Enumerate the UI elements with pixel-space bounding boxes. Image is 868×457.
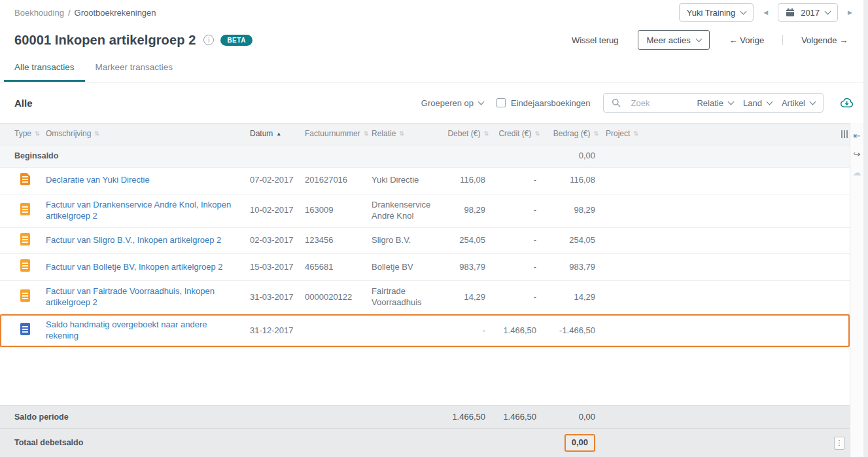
column-header-factuurnummer[interactable]: Factuurnummer ⇅ (300, 124, 366, 145)
transactions-table: Type ⇅ Omschrijving ⇅ Datum ▲ Factuurnum… (0, 123, 850, 457)
land-filter-dropdown[interactable]: Land (743, 98, 772, 108)
invoice-document-icon[interactable] (20, 259, 30, 272)
filter-title: Alle (14, 98, 33, 109)
invoice-document-icon[interactable] (20, 233, 30, 246)
credit-amount: - (491, 287, 542, 308)
bedrag-amount: 116,08 (542, 170, 600, 191)
column-header-project[interactable]: Project ⇅ (600, 124, 821, 145)
kebab-menu-icon[interactable]: ⋮ (834, 437, 844, 450)
breadcrumb-separator: / (68, 8, 71, 18)
sort-ascending-icon: ▲ (276, 131, 281, 137)
year-selector[interactable]: 2017 (778, 3, 838, 22)
tab-alle-transacties[interactable]: Alle transacties (4, 55, 85, 82)
invoice-number: 163009 (300, 200, 366, 221)
credit-amount: - (491, 257, 542, 278)
column-header-bedrag[interactable]: Bedrag (€) ⇅ (542, 124, 600, 145)
relation-name (366, 325, 440, 336)
relation-name: Fairtrade Voorraadhuis (366, 281, 440, 314)
column-header-type[interactable]: Type ⇅ (0, 124, 41, 145)
artikel-filter-label: Artikel (782, 98, 805, 108)
column-label: Credit (€) (498, 129, 531, 139)
administration-selector[interactable]: Yuki Training (679, 3, 754, 22)
search-icon (612, 98, 621, 107)
table-row-highlighted[interactable]: Saldo handmatig overgeboekt naar andere … (0, 314, 850, 348)
relatie-filter-dropdown[interactable]: Relatie (697, 98, 733, 108)
wissel-terug-link[interactable]: Wissel terug (572, 35, 619, 45)
titlebar: 60001 Inkopen artikelgroep 2 i BETA Wiss… (0, 25, 863, 55)
debet-amount: 116,08 (440, 170, 491, 191)
meer-acties-button[interactable]: Meer acties (638, 30, 709, 50)
saldo-periode-bedrag: 0,00 (542, 407, 600, 428)
column-header-datum[interactable]: Datum ▲ (245, 124, 300, 145)
beta-badge: BETA (220, 35, 252, 46)
chevron-down-icon (740, 8, 747, 14)
chevron-down-icon (766, 98, 773, 105)
invoice-document-icon[interactable] (20, 203, 30, 215)
breadcrumb-boekhouding[interactable]: Boekhouding (14, 8, 64, 18)
page-scrollbar[interactable] (863, 0, 868, 457)
artikel-filter-dropdown[interactable]: Artikel (782, 98, 815, 108)
next-year-button[interactable]: ▶ (843, 9, 857, 16)
beginsaldo-row: Beginsaldo 0,00 (0, 145, 850, 168)
invoice-number: 0000020122 (300, 287, 366, 308)
calendar-icon (786, 8, 795, 17)
relation-name: Yuki Directie (366, 170, 440, 191)
transaction-link[interactable]: Factuur van Drankenservice André Knol, I… (46, 200, 231, 221)
column-header-relatie[interactable]: Relatie ⇅ (366, 124, 440, 145)
table-header-row: Type ⇅ Omschrijving ⇅ Datum ▲ Factuurnum… (0, 123, 850, 145)
bedrag-amount: 14,29 (542, 287, 600, 308)
transaction-link[interactable]: Factuur van Fairtrade Voorraadhuis, Inko… (46, 286, 215, 307)
table-row[interactable]: Factuur van Drankenservice André Knol, I… (0, 194, 850, 228)
column-label: Datum (250, 129, 273, 139)
transaction-date: 31-12-2017 (245, 320, 300, 342)
search-input[interactable] (631, 98, 687, 108)
transaction-link[interactable]: Factuur van Bolletje BV, Inkopen artikel… (46, 262, 223, 272)
rows-area: Declaratie van Yuki Directie 07-02-2017 … (0, 168, 850, 405)
eindejaarsboekingen-toggle[interactable]: Eindejaarsboekingen (496, 98, 590, 108)
pdf-document-icon[interactable] (20, 173, 30, 185)
transaction-date: 15-03-2017 (245, 257, 300, 278)
groeperen-op-dropdown[interactable]: Groeperen op (421, 98, 483, 108)
transaction-link[interactable]: Saldo handmatig overgeboekt naar andere … (46, 320, 207, 340)
column-settings-icon[interactable] (841, 130, 848, 138)
info-icon[interactable]: i (203, 35, 214, 45)
breadcrumb-grootboekrekeningen[interactable]: Grootboekrekeningen (75, 8, 156, 18)
vorige-button[interactable]: ← Vorige (729, 35, 764, 45)
credit-amount: 1.466,50 (491, 320, 542, 342)
table-row[interactable]: Factuur van Fairtrade Voorraadhuis, Inko… (0, 281, 850, 314)
invoice-document-icon[interactable] (20, 289, 30, 302)
column-label: Relatie (372, 129, 396, 139)
project-cell (600, 175, 821, 186)
cloud-export-icon[interactable] (839, 98, 854, 109)
debet-amount: 98,29 (440, 200, 491, 221)
bedrag-amount: 983,79 (542, 257, 600, 278)
collapse-panel-icon[interactable]: ⇤ (854, 132, 861, 140)
eindejaarsboekingen-checkbox[interactable] (496, 98, 506, 107)
transaction-link[interactable]: Factuur van Sligro B.V., Inkopen artikel… (46, 235, 221, 245)
tabs: Alle transacties Markeer transacties (0, 55, 863, 82)
redo-arrow-icon[interactable]: ↪ (854, 150, 861, 158)
column-header-omschrijving[interactable]: Omschrijving ⇅ (41, 124, 245, 145)
cloud-icon[interactable]: ☁ (853, 168, 861, 177)
divider (782, 35, 783, 45)
column-label: Project (606, 129, 630, 139)
table-row[interactable]: Factuur van Bolletje BV, Inkopen artikel… (0, 254, 850, 281)
chevron-down-icon (728, 98, 735, 105)
table-row[interactable]: Declaratie van Yuki Directie 07-02-2017 … (0, 168, 850, 194)
table-row[interactable]: Factuur van Sligro B.V., Inkopen artikel… (0, 228, 850, 255)
credit-amount: - (491, 170, 542, 191)
app-main: Boekhouding / Grootboekrekeningen Yuki T… (0, 0, 863, 457)
sort-icon: ⇅ (633, 130, 638, 138)
volgende-button[interactable]: Volgende → (801, 35, 848, 45)
transaction-link[interactable]: Declaratie van Yuki Directie (46, 175, 150, 185)
chevron-down-icon (695, 35, 702, 42)
invoice-number: 201627016 (300, 170, 366, 191)
beginsaldo-label: Beginsaldo (0, 145, 245, 166)
column-label: Type (14, 129, 31, 139)
journal-document-icon[interactable] (20, 323, 30, 335)
column-header-credit[interactable]: Credit (€) ⇅ (491, 124, 542, 145)
column-header-debet[interactable]: Debet (€) ⇅ (440, 124, 491, 145)
tab-markeer-transacties[interactable]: Markeer transacties (85, 55, 184, 82)
previous-year-button[interactable]: ◀ (759, 9, 773, 16)
chevron-down-icon (478, 98, 485, 105)
